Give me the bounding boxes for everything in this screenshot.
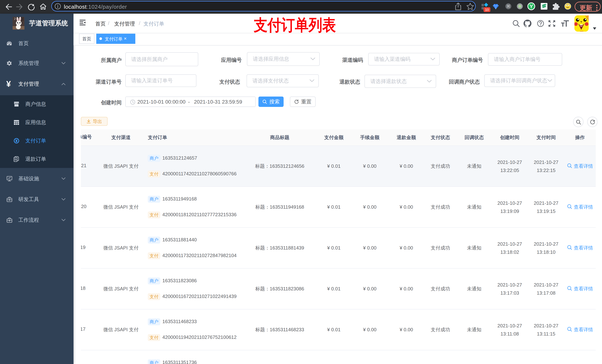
- svg-text:10: 10: [485, 8, 489, 12]
- svg-text:⌘: ⌘: [506, 4, 510, 8]
